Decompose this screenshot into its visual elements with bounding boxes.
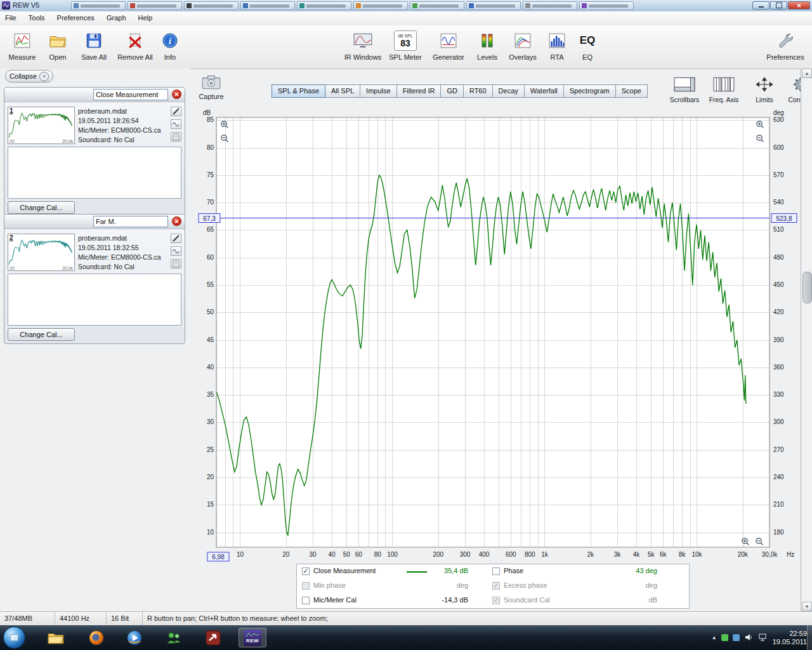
- save-all-label: Save All: [75, 53, 113, 61]
- measurement-name-field[interactable]: Close Measurement: [93, 89, 168, 100]
- measurement-thumbnail[interactable]: 2 20 20.0k: [8, 234, 75, 271]
- mic-meter-cal-checkbox[interactable]: [302, 597, 310, 604]
- freq-axis-label: Freq. Axis: [704, 96, 743, 103]
- distortion-icon[interactable]: [171, 119, 181, 129]
- measurement-thumbnail[interactable]: 1 20 20.0k: [8, 107, 75, 144]
- save-all-button[interactable]: Save All: [75, 29, 113, 61]
- taskbar-media-player-button[interactable]: [121, 628, 148, 647]
- volume-icon[interactable]: [744, 633, 754, 643]
- taskbar-firefox-button[interactable]: [82, 628, 110, 647]
- scroll-down-icon[interactable]: ▼: [802, 602, 812, 611]
- tab-spectrogram[interactable]: Spectrogram: [563, 84, 616, 98]
- notes-icon[interactable]: [171, 259, 181, 269]
- measure-button[interactable]: Measure: [5, 29, 39, 61]
- menu-graph[interactable]: Graph: [102, 11, 131, 22]
- open-button[interactable]: Open: [41, 29, 75, 61]
- measurement-name-field[interactable]: Far M.: [93, 216, 168, 227]
- titlebar-window-tab[interactable]: [523, 1, 577, 10]
- titlebar-window-tab[interactable]: [579, 1, 634, 10]
- change-cal-button[interactable]: Change Cal...: [8, 201, 75, 214]
- edit-graph-icon[interactable]: [171, 234, 181, 243]
- svg-text:20: 20: [207, 474, 214, 481]
- info-button[interactable]: i Info: [157, 29, 183, 61]
- rta-button[interactable]: RTA: [543, 29, 571, 61]
- notes-icon[interactable]: [171, 132, 181, 142]
- spl-phase-chart[interactable]: 8563080600755707054065510604805545050420…: [190, 107, 801, 564]
- taskbar-network-users-button[interactable]: [160, 628, 188, 647]
- remove-measurement-button[interactable]: ✕: [172, 90, 181, 99]
- close-measurement-checkbox[interactable]: ✓: [302, 567, 310, 575]
- svg-text:10: 10: [237, 551, 244, 558]
- edit-graph-icon[interactable]: [171, 107, 181, 116]
- measurement-notes-area[interactable]: [8, 274, 181, 326]
- taskbar-app-button[interactable]: [199, 628, 227, 647]
- taskbar-rew-button[interactable]: REW: [239, 628, 266, 647]
- close-button[interactable]: ✕: [788, 1, 810, 10]
- svg-text:240: 240: [773, 474, 784, 481]
- overlays-icon: [505, 29, 540, 52]
- eq-button[interactable]: EQ EQ: [573, 29, 601, 61]
- collapse-label: Collapse: [10, 72, 37, 80]
- legend-value: -14,3 dB: [424, 596, 468, 604]
- titlebar-window-tab[interactable]: [71, 1, 126, 10]
- distortion-icon[interactable]: [171, 246, 181, 256]
- capture-button[interactable]: Capture: [197, 74, 226, 100]
- menu-file[interactable]: File: [0, 11, 22, 22]
- tab-decay[interactable]: Decay: [492, 84, 525, 98]
- change-cal-button[interactable]: Change Cal...: [8, 328, 75, 341]
- tab-gd[interactable]: GD: [440, 84, 464, 98]
- menu-preferences[interactable]: Preferences: [52, 11, 100, 22]
- remove-all-button[interactable]: Remove All: [114, 29, 156, 61]
- tab-filtered-ir[interactable]: Filtered IR: [396, 84, 442, 98]
- titlebar-window-tab[interactable]: [410, 1, 464, 10]
- spl-meter-button[interactable]: dB SPL 83 SPL Meter: [387, 29, 424, 61]
- maximize-button[interactable]: [770, 1, 787, 10]
- minimize-button[interactable]: [752, 1, 769, 10]
- tab-spl-phase[interactable]: SPL & Phase: [272, 84, 325, 98]
- preferences-button[interactable]: Preferences: [765, 29, 806, 61]
- collapse-sidebar-button[interactable]: Collapse «: [5, 70, 53, 83]
- menu-tools[interactable]: Tools: [23, 11, 50, 22]
- vertical-scrollbar[interactable]: ▲ ▼: [801, 69, 812, 611]
- tray-update-icon[interactable]: [733, 634, 740, 641]
- tab-all-spl[interactable]: All SPL: [325, 84, 360, 98]
- remove-measurement-button[interactable]: ✕: [172, 216, 181, 226]
- tab-impulse[interactable]: Impulse: [360, 84, 397, 98]
- scrollbars-button[interactable]: Scrollbars: [665, 76, 704, 103]
- measurement-notes-area[interactable]: [8, 147, 181, 199]
- titlebar-window-tabs: [71, 1, 634, 10]
- min-phase-checkbox[interactable]: [302, 582, 310, 590]
- levels-button[interactable]: Levels: [472, 29, 502, 61]
- tab-waterfall[interactable]: Waterfall: [524, 84, 564, 98]
- taskbar-explorer-button[interactable]: [42, 628, 70, 647]
- start-button[interactable]: [3, 627, 25, 649]
- show-desktop-button[interactable]: [807, 625, 812, 650]
- titlebar-window-tab[interactable]: [240, 1, 295, 10]
- thumb-axis-max: 20.0k: [62, 139, 73, 143]
- limits-button[interactable]: Limits: [745, 76, 784, 103]
- legend-row: Mic/Meter Cal -14,3 dB ✓ Soundcard Cal d…: [297, 594, 689, 608]
- tab-rt60[interactable]: RT60: [463, 84, 493, 98]
- soundcard-cal-checkbox[interactable]: ✓: [492, 597, 500, 604]
- titlebar-window-tab[interactable]: [184, 1, 239, 10]
- tab-scope[interactable]: Scope: [615, 84, 648, 98]
- excess-phase-checkbox[interactable]: ✓: [492, 582, 500, 590]
- titlebar-window-tab[interactable]: [466, 1, 521, 10]
- menu-help[interactable]: Help: [133, 11, 158, 22]
- tray-expand-icon[interactable]: ▲: [712, 635, 717, 640]
- generator-button[interactable]: Generator: [429, 29, 468, 61]
- titlebar-window-tab[interactable]: [353, 1, 408, 10]
- scrollbar-thumb[interactable]: [802, 272, 812, 303]
- titlebar-window-tab[interactable]: [297, 1, 351, 10]
- network-icon[interactable]: [758, 633, 768, 643]
- taskbar-clock[interactable]: 22:59 19.05.2011: [773, 630, 807, 646]
- svg-text:450: 450: [773, 281, 784, 288]
- overlays-button[interactable]: Overlays: [505, 29, 540, 61]
- ir-windows-button[interactable]: IR Windows: [343, 29, 383, 61]
- phase-checkbox[interactable]: [492, 567, 500, 575]
- scroll-up-icon[interactable]: ▲: [802, 69, 812, 78]
- tray-status-icon[interactable]: [721, 634, 728, 641]
- svg-text:180: 180: [773, 529, 784, 536]
- freq-axis-button[interactable]: Freq. Axis: [704, 76, 743, 103]
- titlebar-window-tab[interactable]: [128, 1, 182, 10]
